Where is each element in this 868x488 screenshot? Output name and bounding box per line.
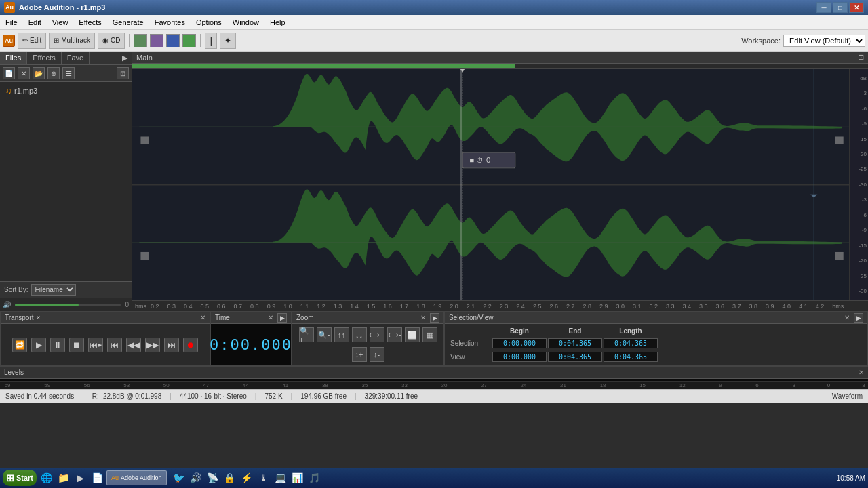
volume-slider-track[interactable] — [15, 304, 121, 306]
taskbar-app7-icon[interactable]: 📊 — [290, 470, 305, 485]
taskbar-app5-icon[interactable]: 🌡 — [256, 470, 271, 485]
fast-forward-button[interactable]: ▶▶ — [145, 338, 160, 352]
timeline-15: 1.5 — [367, 303, 376, 310]
taskbar-bird-icon[interactable]: 🐦 — [172, 470, 186, 485]
start-button[interactable]: ⊞ Start — [3, 470, 37, 486]
menu-help[interactable]: Help — [264, 15, 291, 29]
file-item-r1mp3[interactable]: ♫ r1.mp3 — [3, 85, 129, 97]
zoom-sel-button[interactable]: ▦ — [422, 327, 437, 342]
rewind-button[interactable]: ◀◀ — [126, 338, 141, 352]
levels-header: Levels ✕ — [0, 367, 868, 379]
level-scale-59: -59 — [43, 382, 51, 388]
tab-files[interactable]: Files — [0, 52, 27, 64]
move-tool-button[interactable]: ✦ — [220, 33, 236, 49]
sel-selection-end[interactable]: 0:04.365 — [548, 338, 602, 348]
arrange-button[interactable]: ☰ — [62, 67, 75, 79]
taskbar-app4-icon[interactable]: ⚡ — [239, 470, 254, 485]
time-display: 0:00.000 — [211, 324, 291, 365]
db-label-6: -6 — [851, 106, 867, 112]
edit-mode-button[interactable]: ✏ Edit — [18, 33, 46, 49]
fit-view-button[interactable]: ⊡ — [117, 67, 129, 79]
timeline-hms-end: hms — [832, 303, 844, 310]
level-scale-24: -24 — [519, 382, 527, 388]
zoom-out-amp-button[interactable]: ↓↓ — [352, 327, 367, 342]
zoom-panel-close[interactable]: ✕ — [420, 314, 426, 321]
menu-file[interactable]: File — [0, 15, 23, 29]
menu-edit[interactable]: Edit — [23, 15, 47, 29]
taskbar-app1-icon[interactable]: 🔊 — [189, 470, 203, 485]
new-file-button[interactable]: 📄 — [3, 67, 15, 79]
sel-selection-length[interactable]: 0:04.365 — [604, 338, 658, 348]
sel-selection-begin[interactable]: 0:00.000 — [492, 338, 547, 348]
stop-button[interactable]: ⏹ — [69, 338, 84, 352]
selection-panel-close[interactable]: ✕ — [844, 314, 850, 321]
sel-view-begin[interactable]: 0:00.000 — [492, 352, 547, 362]
skip-end-button[interactable]: ⏭ — [164, 338, 179, 352]
workspace-dropdown[interactable]: Edit View (Default) — [783, 35, 865, 47]
sort-dropdown[interactable]: Filename — [31, 284, 76, 296]
color-btn-lightgreen[interactable] — [182, 34, 196, 47]
sel-header-end: End — [548, 327, 602, 335]
zoom-full-button[interactable]: ⬜ — [405, 327, 420, 342]
taskbar-app3-icon[interactable]: 🔒 — [222, 470, 237, 485]
pause-button[interactable]: ⏸ — [50, 338, 65, 352]
progress-bar[interactable] — [132, 64, 868, 69]
zoom-in-amp-button[interactable]: ↑↑ — [334, 327, 349, 342]
multitrack-button[interactable]: ⊞ Multitrack — [49, 33, 95, 49]
import-button[interactable]: 📂 — [33, 67, 45, 79]
db-label-6b: -6 — [851, 212, 867, 218]
zoom-expand-btn[interactable]: ▶ — [430, 313, 439, 323]
selection-expand-btn[interactable]: ▶ — [854, 313, 863, 323]
panel-expand-corner[interactable]: ⊡ — [858, 53, 864, 62]
zoom-in-h-button[interactable]: ⟷+ — [370, 327, 384, 342]
minimize-button[interactable]: ─ — [816, 2, 831, 13]
skip-back-button[interactable]: ⏮ — [107, 338, 122, 352]
color-btn-blue[interactable] — [166, 34, 180, 47]
taskbar-folder-icon[interactable]: 📁 — [56, 470, 71, 485]
record-button[interactable]: ⏺ — [183, 338, 198, 352]
menu-generate[interactable]: Generate — [107, 15, 149, 29]
color-btn-purple[interactable] — [150, 34, 163, 47]
menubar: File Edit View Effects Generate Favorite… — [0, 15, 868, 30]
menu-view[interactable]: View — [47, 15, 74, 29]
zoom-in-v-button[interactable]: ↕+ — [352, 347, 367, 362]
transport-close-btn[interactable]: ✕ — [200, 314, 205, 321]
sel-view-end[interactable]: 0:04.365 — [548, 352, 602, 362]
transport-expand[interactable]: × — [36, 314, 40, 321]
taskbar-app2-icon[interactable]: 📡 — [205, 470, 220, 485]
time-panel-close[interactable]: ✕ — [268, 314, 273, 321]
panel-expand-btn[interactable]: ▶ — [118, 52, 132, 64]
timeline-40: 4.0 — [783, 303, 791, 310]
loop-button[interactable]: 🔁 — [12, 338, 27, 352]
taskbar-app6-icon[interactable]: 💻 — [273, 470, 288, 485]
waveform-canvas[interactable]: ■ ⏱ 0 — [132, 69, 849, 300]
menu-favorites[interactable]: Favorites — [149, 15, 191, 29]
levels-close-btn[interactable]: ✕ — [859, 369, 864, 376]
zoom-in-sel-button[interactable]: 🔍+ — [299, 327, 314, 342]
taskbar-ie-icon[interactable]: 🌐 — [39, 470, 54, 485]
sel-view-length[interactable]: 0:04.365 — [604, 352, 658, 362]
time-expand-btn[interactable]: ▶ — [277, 313, 287, 323]
taskbar-wmp-icon[interactable]: ▶ — [73, 470, 87, 485]
tab-favorites[interactable]: Fave — [62, 52, 90, 64]
tab-effects[interactable]: Effects — [27, 52, 61, 64]
close-button[interactable]: ✕ — [849, 2, 864, 13]
menu-effects[interactable]: Effects — [73, 15, 106, 29]
taskbar-app8-icon[interactable]: 🎵 — [307, 470, 322, 485]
cd-button[interactable]: ◉ CD — [98, 33, 125, 49]
play-button[interactable]: ▶ — [31, 338, 46, 352]
batch-button[interactable]: ⊕ — [47, 67, 60, 79]
level-scale-18: -18 — [598, 382, 606, 388]
menu-window[interactable]: Window — [227, 15, 264, 29]
zoom-out-h-button[interactable]: ⟷- — [387, 327, 402, 342]
color-btn-green[interactable] — [134, 34, 147, 47]
menu-options[interactable]: Options — [191, 15, 227, 29]
taskbar-doc-icon[interactable]: 📄 — [90, 470, 104, 485]
select-tool-button[interactable]: | — [205, 33, 217, 49]
zoom-out-sel-button[interactable]: 🔍- — [317, 327, 332, 342]
play-from-start-button[interactable]: ⏮▶ — [88, 338, 103, 352]
close-all-button[interactable]: ✕ — [18, 67, 30, 79]
restore-button[interactable]: □ — [833, 2, 848, 13]
zoom-out-v-button[interactable]: ↕- — [370, 347, 384, 362]
taskbar-audition-btn[interactable]: Au Adobe Audition — [106, 470, 167, 485]
